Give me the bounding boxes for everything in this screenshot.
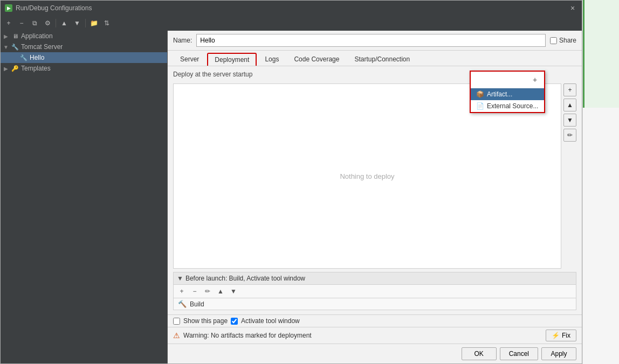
dropdown-header: + [471,72,544,88]
name-label: Name: [173,37,192,44]
apply-button[interactable]: Apply [541,347,576,360]
close-button[interactable]: × [568,3,577,13]
tab-startup-connection[interactable]: Startup/Connection [347,53,417,66]
toolbar-sep-1 [56,19,56,27]
toolbar-sep-2 [85,19,86,27]
activate-window-label: Activate tool window [241,317,300,325]
dropdown-popup: + 📦 Artifact... 📄 External Source... [470,71,545,113]
tree-item-tomcat[interactable]: ▼ 🔧 Tomcat Server [1,41,167,52]
tab-server[interactable]: Server [173,53,206,66]
fix-button[interactable]: ⚡ Fix [546,330,576,341]
tomcat-icon: 🔧 [11,43,19,51]
dropdown-item-external-source[interactable]: 📄 External Source... [471,100,544,112]
external-source-label: External Source... [487,102,538,110]
scroll-down-btn[interactable]: ▼ [563,114,576,127]
copy-config-button[interactable]: ⧉ [29,17,40,29]
application-icon: 🖥 [11,32,19,40]
share-control: Share [550,37,576,44]
warning-icon: ⚠ [173,331,180,340]
config-tree: ▶ 🖥 Application ▼ 🔧 Tomcat Server 🔧 Hell… [1,31,168,363]
bl-up-btn[interactable]: ▲ [215,286,226,297]
bl-edit-btn[interactable]: ✏ [202,286,214,297]
tab-code-coverage[interactable]: Code Coverage [287,53,346,66]
name-input[interactable] [196,34,546,47]
before-launch-header: ▼ Before launch: Build, Activate tool wi… [174,272,576,285]
fix-icon: ⚡ [552,332,560,339]
name-row: Name: Share [168,31,582,51]
show-page-row: Show this page Activate tool window [168,315,582,327]
run-debug-dialog: ▶ Run/Debug Configurations × + − ⧉ ⚙ ▲ ▼… [0,0,582,364]
remove-config-button[interactable]: − [16,17,27,29]
tabs-bar: Server Deployment Logs Code Coverage Sta… [168,51,582,66]
artifact-label: Artifact... [487,90,512,98]
tab-deployment[interactable]: Deployment [207,53,257,66]
tree-item-templates[interactable]: ▶ 🔑 Templates [1,63,167,74]
dialog-icon: ▶ [5,4,12,12]
tree-label-application: Application [21,32,53,40]
title-bar: ▶ Run/Debug Configurations × [1,1,582,16]
add-config-button[interactable]: + [3,17,15,29]
title-bar-left: ▶ Run/Debug Configurations [5,4,92,12]
tree-item-hello[interactable]: 🔧 Hello [1,52,167,63]
bl-down-btn[interactable]: ▼ [228,286,239,297]
dialog-title: Run/Debug Configurations [16,4,92,12]
add-deploy-button[interactable]: + [563,83,576,96]
expand-hello [11,54,18,61]
artifact-icon: 📦 [476,90,484,98]
before-launch-collapse[interactable]: ▼ [177,275,183,282]
external-source-icon: 📄 [476,102,484,110]
tree-label-templates: Templates [21,65,51,72]
share-checkbox[interactable] [550,37,557,44]
main-toolbar: + − ⧉ ⚙ ▲ ▼ 📁 ⇅ [1,16,582,31]
deploy-placeholder: Nothing to deploy [340,172,394,180]
build-item: 🔨 Build [174,298,576,310]
bottom-bar: Show this page Activate tool window ⚠ Wa… [168,314,582,363]
dropdown-item-artifact[interactable]: 📦 Artifact... [471,88,544,100]
tree-label-tomcat: Tomcat Server [21,43,63,51]
settings-config-button[interactable]: ⚙ [42,17,53,29]
cancel-button[interactable]: Cancel [500,347,538,360]
show-page-checkbox[interactable] [173,318,180,325]
before-launch-section: ▼ Before launch: Build, Activate tool wi… [173,272,576,310]
activate-window-checkbox[interactable] [231,318,238,325]
tree-item-application[interactable]: ▶ 🖥 Application [1,31,167,41]
share-label: Share [559,37,576,44]
move-down-button[interactable]: ▼ [71,17,83,29]
ide-right-strip [582,0,619,364]
before-launch-toolbar: + − ✏ ▲ ▼ [174,285,576,298]
show-page-label: Show this page [183,317,228,325]
folder-button[interactable]: 📁 [88,17,100,29]
scroll-up-btn[interactable]: ▲ [563,99,576,111]
deploy-side-buttons: + ▲ ▼ ✏ [563,83,576,269]
warning-row: ⚠ Warning: No artifacts marked for deplo… [168,327,582,344]
fix-label: Fix [562,332,570,339]
dropdown-plus-button[interactable]: + [529,74,541,86]
build-icon: 🔨 [178,300,187,308]
ok-button[interactable]: OK [462,347,497,360]
before-launch-title: Before launch: Build, Activate tool wind… [185,275,305,282]
expand-tomcat: ▼ [3,44,9,50]
templates-icon: 🔑 [11,65,19,72]
tree-label-hello: Hello [30,54,44,61]
hello-icon: 🔧 [20,54,27,61]
dialog-buttons: OK Cancel Apply [168,344,582,363]
move-up-button[interactable]: ▲ [58,17,70,29]
build-label: Build [190,300,204,308]
expand-application: ▶ [3,33,9,39]
warning-text: Warning: No artifacts marked for deploym… [183,332,542,339]
sort-button[interactable]: ⇅ [101,17,113,29]
tab-logs[interactable]: Logs [258,53,286,66]
edit-deploy-button[interactable]: ✏ [563,129,576,142]
expand-templates: ▶ [3,65,9,72]
bl-remove-btn[interactable]: − [189,286,201,297]
bl-add-btn[interactable]: + [176,286,188,297]
